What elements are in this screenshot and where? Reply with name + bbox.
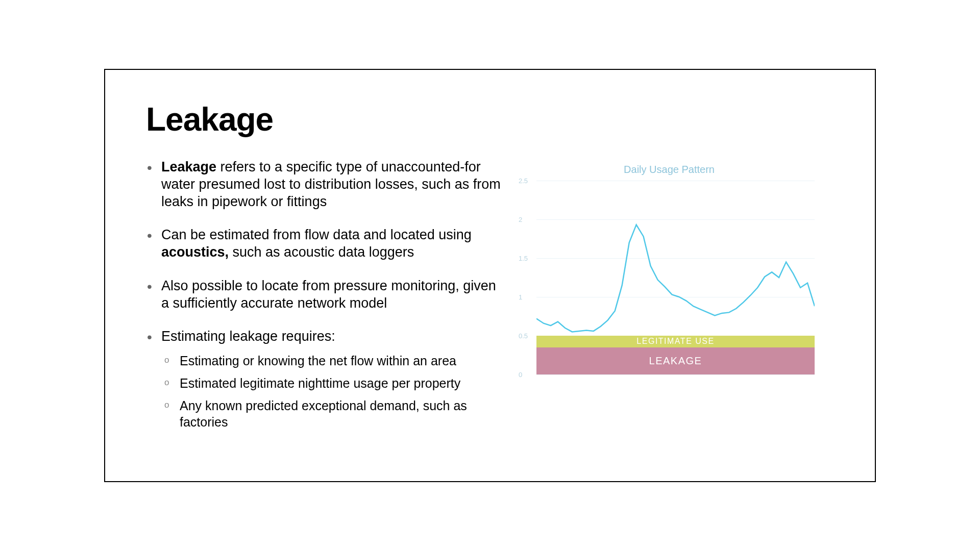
y-tick-label: 2 [519,216,522,223]
bullet-text: Can be estimated from flow data and loca… [161,227,472,242]
bullet-item: Can be estimated from flow data and loca… [146,227,503,261]
chart-plot-area: LEGITIMATE USELEAKAGE 00.511.522.5 [524,181,815,374]
slide: Leakage Leakage refers to a specific typ… [104,69,876,482]
plot-region: LEGITIMATE USELEAKAGE [536,181,815,374]
usage-line [536,225,815,332]
sub-bullet-item: Any known predicted exceptional demand, … [161,397,503,430]
bullet-bold: acoustics, [161,244,229,260]
chart-column: Daily Usage Pattern LEGITIMATE USELEAKAG… [524,159,815,446]
slide-title: Leakage [146,101,834,138]
gridline [536,374,815,375]
bullet-bold: Leakage [161,159,216,174]
sub-bullet-item: Estimated legitimate nighttime usage per… [161,375,503,391]
y-tick-label: 1 [519,293,522,301]
bullet-item: Leakage refers to a specific type of una… [146,159,503,210]
y-tick-label: 0.5 [519,332,528,340]
chart-title: Daily Usage Pattern [524,164,815,176]
bullet-item: Also possible to locate from pressure mo… [146,278,503,312]
bullet-text: Also possible to locate from pressure mo… [161,278,496,311]
sub-bullet-list: Estimating or knowing the net flow withi… [161,353,503,430]
content-row: Leakage refers to a specific type of una… [146,159,834,446]
y-tick-label: 1.5 [519,255,528,262]
bullet-list: Leakage refers to a specific type of una… [146,159,503,430]
y-tick-label: 0 [519,371,522,379]
line-chart-svg [536,181,815,374]
bullet-text: such as acoustic data loggers [229,244,414,260]
bullet-item: Estimating leakage requires: Estimating … [146,328,503,430]
chart-container: Daily Usage Pattern LEGITIMATE USELEAKAG… [524,164,815,378]
bullet-text: Estimating leakage requires: [161,329,335,344]
sub-bullet-item: Estimating or knowing the net flow withi… [161,353,503,369]
y-tick-label: 2.5 [519,177,528,185]
text-column: Leakage refers to a specific type of una… [146,159,503,446]
